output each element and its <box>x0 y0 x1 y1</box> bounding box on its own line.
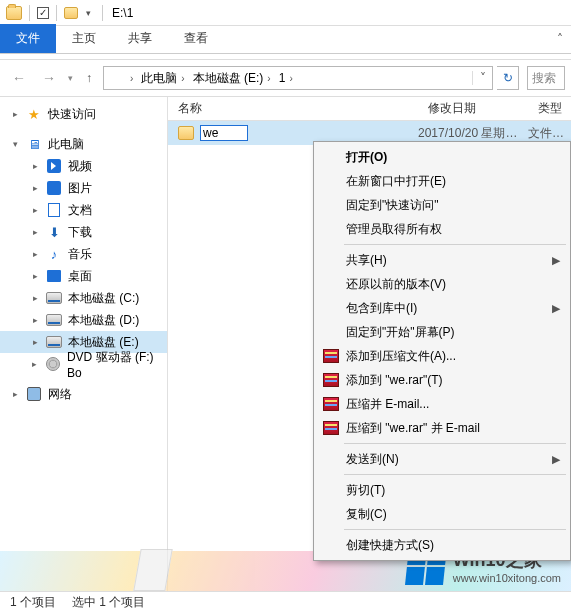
ctx-share[interactable]: 共享(H)▶ <box>316 248 568 272</box>
file-type: 文件… <box>528 125 564 142</box>
qat-chevron-icon[interactable]: ▾ <box>82 6 95 20</box>
separator <box>102 5 103 21</box>
rename-input[interactable] <box>200 125 248 141</box>
ctx-pin-start[interactable]: 固定到"开始"屏幕(P) <box>316 320 568 344</box>
breadcrumb-crumb[interactable]: 本地磁盘 (E:)› <box>189 67 275 89</box>
breadcrumb-crumb[interactable]: 1› <box>275 67 297 89</box>
ctx-include-library[interactable]: 包含到库中(I)▶ <box>316 296 568 320</box>
ctx-rar-add-we[interactable]: 添加到 "we.rar"(T) <box>316 368 568 392</box>
column-date[interactable]: 修改日期 <box>418 100 528 117</box>
network-icon <box>27 387 41 401</box>
breadcrumb-label: 此电脑 <box>141 70 177 87</box>
dvd-icon <box>46 357 60 371</box>
back-button[interactable]: ← <box>6 65 32 91</box>
tab-share[interactable]: 共享 <box>112 24 168 53</box>
ctx-cut[interactable]: 剪切(T) <box>316 478 568 502</box>
navigation-row: ← → ▾ ↑ › 此电脑› 本地磁盘 (E:)› 1› ˅ ↻ 搜索 <box>0 60 571 96</box>
sidebar-label: 快速访问 <box>48 106 96 123</box>
column-name[interactable]: 名称 <box>168 100 418 117</box>
sidebar-videos[interactable]: ▸视频 <box>0 155 167 177</box>
expand-icon[interactable]: ▸ <box>10 389 20 399</box>
address-bar[interactable]: › 此电脑› 本地磁盘 (E:)› 1› ˅ <box>103 66 493 90</box>
collapse-ribbon-icon[interactable]: ˄ <box>557 32 563 46</box>
download-icon: ⬇ <box>46 224 62 240</box>
separator <box>56 5 57 21</box>
menu-separator <box>344 529 566 530</box>
sidebar-quick-access[interactable]: ▸ ★ 快速访问 <box>0 103 167 125</box>
sidebar-drive-d[interactable]: ▸本地磁盘 (D:) <box>0 309 167 331</box>
nav-sidebar: ▸ ★ 快速访问 ▾ 🖥 此电脑 ▸视频 ▸图片 ▸文档 ▸⬇下载 ▸♪音乐 ▸… <box>0 97 168 591</box>
collapse-icon[interactable]: ▾ <box>10 139 20 149</box>
column-type[interactable]: 类型 <box>528 100 571 117</box>
ctx-rar-we-email[interactable]: 压缩到 "we.rar" 并 E-mail <box>316 416 568 440</box>
ctx-label: 在新窗口中打开(E) <box>346 173 446 190</box>
ctx-label: 发送到(N) <box>346 451 399 468</box>
tab-file[interactable]: 文件 <box>0 24 56 53</box>
refresh-button[interactable]: ↻ <box>497 66 519 90</box>
status-bar: 1 个项目 选中 1 个项目 <box>0 591 571 613</box>
sidebar-label: 视频 <box>68 158 92 175</box>
search-input[interactable]: 搜索 <box>527 66 565 90</box>
status-item-count: 1 个项目 <box>10 594 56 611</box>
winrar-icon <box>323 349 339 363</box>
sidebar-label: 图片 <box>68 180 92 197</box>
submenu-arrow-icon: ▶ <box>552 302 560 315</box>
separator <box>29 5 30 21</box>
address-dropdown-icon[interactable]: ˅ <box>472 71 492 85</box>
sidebar-desktop[interactable]: ▸桌面 <box>0 265 167 287</box>
ctx-label: 添加到压缩文件(A)... <box>346 348 456 365</box>
watermark-url: www.win10xitong.com <box>453 572 561 584</box>
star-icon: ★ <box>26 106 42 122</box>
folder-icon <box>178 126 194 140</box>
ctx-copy[interactable]: 复制(C) <box>316 502 568 526</box>
sidebar-documents[interactable]: ▸文档 <box>0 199 167 221</box>
video-icon <box>47 159 61 173</box>
history-chevron-icon[interactable]: ▾ <box>66 73 75 83</box>
ctx-send-to[interactable]: 发送到(N)▶ <box>316 447 568 471</box>
tab-home[interactable]: 主页 <box>56 24 112 53</box>
ctx-label: 还原以前的版本(V) <box>346 276 446 293</box>
search-placeholder: 搜索 <box>532 70 556 87</box>
drive-icon <box>46 292 62 304</box>
ctx-open[interactable]: 打开(O) <box>316 145 568 169</box>
drive-icon <box>46 314 62 326</box>
ctx-label: 管理员取得所有权 <box>346 221 442 238</box>
breadcrumb-crumb[interactable]: › <box>122 67 137 89</box>
tab-view[interactable]: 查看 <box>168 24 224 53</box>
winrar-icon <box>323 373 339 387</box>
ctx-create-shortcut[interactable]: 创建快捷方式(S) <box>316 533 568 557</box>
up-button[interactable]: ↑ <box>79 68 99 88</box>
quick-access-toolbar: ✓ ▾ <box>6 5 106 21</box>
ctx-rar-add[interactable]: 添加到压缩文件(A)... <box>316 344 568 368</box>
sidebar-label: 下载 <box>68 224 92 241</box>
music-icon: ♪ <box>46 246 62 262</box>
ctx-pin-quick[interactable]: 固定到"快速访问" <box>316 193 568 217</box>
sidebar-this-pc[interactable]: ▾ 🖥 此电脑 <box>0 133 167 155</box>
file-date: 2017/10/20 星期… <box>418 125 517 142</box>
sidebar-music[interactable]: ▸♪音乐 <box>0 243 167 265</box>
sidebar-label: 此电脑 <box>48 136 84 153</box>
sidebar-drive-c[interactable]: ▸本地磁盘 (C:) <box>0 287 167 309</box>
sidebar-dvd[interactable]: ▸DVD 驱动器 (F:) Bo <box>0 353 167 375</box>
breadcrumb-crumb[interactable]: 此电脑› <box>137 67 188 89</box>
ctx-label: 打开(O) <box>346 149 387 166</box>
sidebar-network[interactable]: ▸ 网络 <box>0 383 167 405</box>
title-bar: ✓ ▾ E:\1 <box>0 0 571 26</box>
expand-icon[interactable]: ▸ <box>10 109 20 119</box>
ctx-new-window[interactable]: 在新窗口中打开(E) <box>316 169 568 193</box>
ribbon-tabs: 文件 主页 共享 查看 ˄ <box>0 26 571 54</box>
ctx-label: 添加到 "we.rar"(T) <box>346 372 443 389</box>
sidebar-label: 本地磁盘 (D:) <box>68 312 139 329</box>
ctx-label: 固定到"快速访问" <box>346 197 439 214</box>
breadcrumb-label: 本地磁盘 (E:) <box>193 70 264 87</box>
properties-icon[interactable]: ✓ <box>37 7 49 19</box>
sidebar-pictures[interactable]: ▸图片 <box>0 177 167 199</box>
breadcrumb-label: 1 <box>279 71 286 85</box>
ctx-restore-versions[interactable]: 还原以前的版本(V) <box>316 272 568 296</box>
ctx-rar-email[interactable]: 压缩并 E-mail... <box>316 392 568 416</box>
open-folder-icon[interactable] <box>64 7 78 19</box>
ctx-admin-owner[interactable]: 管理员取得所有权 <box>316 217 568 241</box>
sidebar-label: 本地磁盘 (C:) <box>68 290 139 307</box>
ctx-label: 压缩到 "we.rar" 并 E-mail <box>346 420 480 437</box>
sidebar-downloads[interactable]: ▸⬇下载 <box>0 221 167 243</box>
